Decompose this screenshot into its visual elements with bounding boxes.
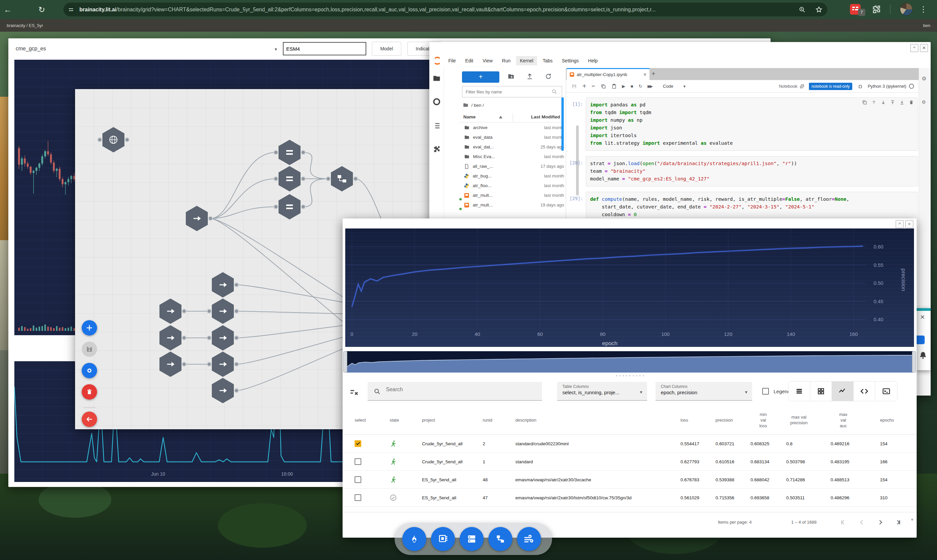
- browser-menu-icon[interactable]: ⋮: [917, 5, 930, 14]
- file-list-item[interactable]: eval_datalast month: [458, 132, 569, 142]
- symbol-input[interactable]: [283, 42, 366, 55]
- chevron-down-icon[interactable]: ▼: [274, 47, 278, 52]
- node-arrow[interactable]: [212, 272, 238, 297]
- code-cell[interactable]: [29]:def compute(name, rules, model_name…: [566, 192, 919, 222]
- node-port[interactable]: [208, 217, 212, 220]
- cell-editor[interactable]: def compute(name, rules, model_name, ris…: [586, 192, 918, 222]
- node-arrow[interactable]: [160, 325, 186, 351]
- node-port[interactable]: [234, 389, 238, 392]
- prev-page-icon[interactable]: [858, 518, 866, 526]
- run-icon[interactable]: ▶: [622, 84, 625, 89]
- file-list-item[interactable]: atr_bug...last month: [458, 171, 569, 181]
- node-port[interactable]: [182, 309, 186, 313]
- window-collapse-button[interactable]: ^: [910, 44, 918, 52]
- back-button[interactable]: [82, 412, 97, 427]
- dock-flame-button[interactable]: [402, 527, 426, 551]
- menu-tabs[interactable]: Tabs: [539, 56, 556, 65]
- duplicate-cell-icon[interactable]: [862, 100, 867, 105]
- node-globe[interactable]: [98, 127, 129, 152]
- window-collapse-button[interactable]: ^: [895, 220, 904, 228]
- next-page-icon[interactable]: [876, 518, 884, 526]
- url-text[interactable]: brainacity.lit.ai/brainacity/grid?view=C…: [79, 7, 794, 13]
- column-header-loss[interactable]: loss: [680, 405, 688, 435]
- node-arrow[interactable]: [207, 352, 238, 377]
- file-list-item[interactable]: atr_mult...19 days ago: [458, 200, 569, 210]
- column-header-select[interactable]: select: [355, 405, 366, 435]
- column-header-runid[interactable]: runid: [483, 405, 492, 435]
- upload-icon[interactable]: [526, 73, 533, 80]
- search-input[interactable]: [386, 386, 533, 392]
- table-row[interactable]: ES_5yr_5end_all48emasma/vwap/rsi/atr/2xa…: [343, 471, 917, 489]
- table-of-contents-tab-icon[interactable]: [432, 122, 441, 130]
- column-header-description[interactable]: description: [515, 405, 536, 435]
- graph-settings-button[interactable]: [82, 363, 97, 378]
- cell-select[interactable]: [355, 440, 361, 447]
- column-header-epochs[interactable]: epochs: [880, 405, 894, 435]
- save-icon[interactable]: [571, 83, 577, 89]
- table-columns-select[interactable]: Table Columns select, is_running, proje.…: [557, 382, 647, 401]
- column-header-min_val_loss[interactable]: minvalloss: [759, 405, 767, 435]
- copy-icon[interactable]: [601, 84, 606, 89]
- bug-icon[interactable]: [858, 84, 863, 89]
- refresh-icon[interactable]: [545, 73, 552, 80]
- menu-help[interactable]: Help: [585, 56, 602, 65]
- node-equals[interactable]: [274, 140, 305, 165]
- window-close-button[interactable]: ✕: [920, 44, 928, 52]
- menu-edit[interactable]: Edit: [462, 56, 477, 65]
- profile-avatar[interactable]: [900, 3, 912, 16]
- kernel-name[interactable]: Python 3 (ipykernel): [868, 84, 906, 89]
- cell-editor[interactable]: strat = json.load(open("/data/brainacity…: [586, 156, 918, 186]
- dock-network-button[interactable]: [488, 527, 512, 551]
- tab-close-icon[interactable]: ✕: [643, 72, 647, 77]
- bookmark-star-icon[interactable]: [815, 6, 823, 13]
- close-icon[interactable]: ✕: [920, 314, 925, 321]
- run-all-icon[interactable]: ▶▶: [648, 84, 651, 89]
- stop-icon[interactable]: ■: [631, 84, 634, 89]
- node-port[interactable]: [234, 362, 238, 366]
- zoom-icon[interactable]: [799, 6, 806, 13]
- dock-wind-button[interactable]: [517, 527, 541, 551]
- node-port[interactable]: [301, 177, 305, 181]
- node-merge[interactable]: [326, 166, 358, 191]
- insert-above-icon[interactable]: [890, 100, 895, 105]
- last-page-icon[interactable]: [894, 518, 902, 526]
- row-checkbox-checked[interactable]: [355, 440, 361, 447]
- add-node-button[interactable]: [82, 320, 97, 335]
- file-browser-tab-icon[interactable]: [432, 74, 441, 83]
- node-port[interactable]: [125, 138, 129, 142]
- cell-type-select[interactable]: Code: [663, 84, 673, 89]
- node-arrow[interactable]: [160, 352, 186, 377]
- precision-epoch-plot[interactable]: 0204060801001201401600.400.450.500.550.6…: [345, 228, 914, 347]
- column-header-max_val_auc[interactable]: maxvalauc: [839, 405, 848, 435]
- node-port[interactable]: [354, 177, 358, 181]
- move-down-icon[interactable]: [881, 100, 886, 105]
- column-header-state[interactable]: state: [389, 405, 399, 435]
- node-port[interactable]: [182, 362, 186, 366]
- node-equals[interactable]: [274, 166, 305, 191]
- grid-view-button[interactable]: [810, 382, 832, 401]
- table-row[interactable]: Crude_5yr_5end_all1standard0.6277930.610…: [343, 452, 917, 471]
- resize-grip[interactable]: [616, 375, 646, 376]
- cell-select[interactable]: [355, 494, 361, 501]
- cell-select[interactable]: [355, 458, 361, 465]
- terminal-view-button[interactable]: [875, 382, 897, 401]
- chart-columns-select[interactable]: Chart Columns epoch, precision ▼: [655, 382, 752, 401]
- search-field[interactable]: [368, 382, 542, 401]
- file-list-item[interactable]: eval_dat...25 days ago: [458, 142, 569, 152]
- navigator-right-handle[interactable]: [912, 351, 916, 372]
- node-port[interactable]: [274, 177, 278, 181]
- extensions-puzzle-icon[interactable]: [871, 4, 881, 14]
- chart-view-button[interactable]: [832, 382, 854, 401]
- file-list-item[interactable]: atr_mult...last month: [458, 191, 569, 200]
- cell-select[interactable]: [355, 476, 361, 483]
- file-list-headers[interactable]: Name Last Modified: [458, 112, 565, 122]
- node-arrow[interactable]: [207, 298, 238, 324]
- code-cell[interactable]: [1]: import pandas as pdfrom tqdm import…: [566, 97, 919, 151]
- save-graph-button[interactable]: [82, 342, 97, 357]
- navigator-left-handle[interactable]: [343, 351, 347, 372]
- column-header-max_val_precision[interactable]: max valprecision: [790, 405, 808, 435]
- reload-icon[interactable]: ↻: [34, 5, 49, 14]
- node-port[interactable]: [274, 205, 278, 209]
- menu-view[interactable]: View: [479, 56, 496, 65]
- running-sessions-tab-icon[interactable]: [432, 97, 441, 106]
